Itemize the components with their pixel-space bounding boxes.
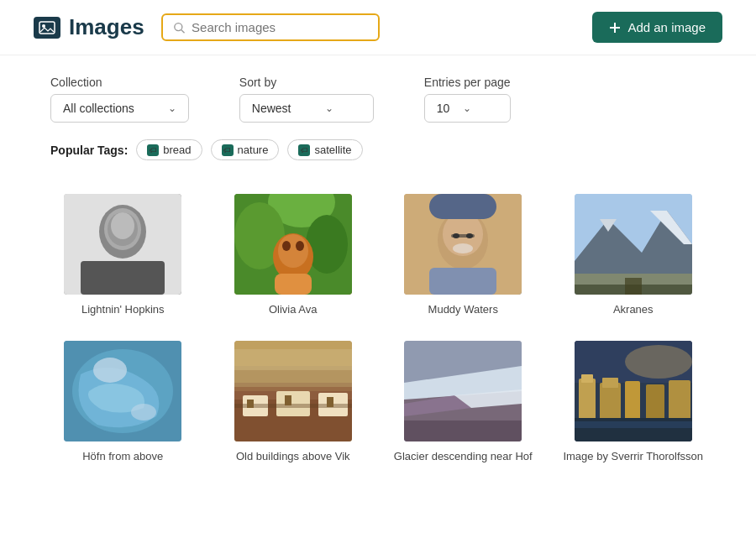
image-thumbnail <box>234 194 352 295</box>
image-card[interactable]: Glacier descending near Hof <box>391 341 536 462</box>
entries-value: 10 <box>437 102 450 115</box>
add-button-label: Add an image <box>627 20 706 34</box>
svg-rect-25 <box>429 194 496 219</box>
tag-icon <box>298 144 310 156</box>
tag-label: bread <box>163 144 191 156</box>
image-card[interactable]: Image by Sverrir Thorolfsson <box>561 341 706 462</box>
add-image-button[interactable]: Add an image <box>592 12 722 43</box>
svg-rect-20 <box>275 274 312 295</box>
image-label: Olivia Ava <box>269 303 318 316</box>
sort-value: Newest <box>252 102 291 115</box>
svg-rect-69 <box>646 384 664 421</box>
chevron-down-icon: ⌄ <box>168 102 176 114</box>
svg-rect-60 <box>404 421 522 441</box>
filters-section: Collection All collections ⌄ Sort by New… <box>0 55 756 177</box>
entries-filter: Entries per page 10 ⌄ <box>424 76 511 123</box>
image-card[interactable]: Höfn from above <box>50 341 196 462</box>
svg-rect-68 <box>625 381 640 421</box>
image-thumbnail <box>575 341 692 441</box>
image-label: Image by Sverrir Thorolfsson <box>563 450 703 462</box>
images-logo-icon <box>34 17 60 39</box>
svg-rect-9 <box>81 261 165 295</box>
entries-select[interactable]: 10 ⌄ <box>424 94 511 123</box>
svg-rect-30 <box>429 268 496 295</box>
image-card[interactable]: Olivia Ava <box>221 194 366 316</box>
collection-filter: Collection All collections ⌄ <box>50 76 189 123</box>
search-box[interactable] <box>161 13 380 41</box>
image-label: Höfn from above <box>82 450 163 462</box>
svg-point-41 <box>131 404 156 421</box>
image-label: Old buildings above Vik <box>236 450 350 462</box>
image-grid: Lightnin' Hopkins Olivia Ava Muddy Water… <box>0 177 756 496</box>
svg-point-18 <box>282 241 291 251</box>
tag-bread[interactable]: bread <box>136 139 202 160</box>
image-thumbnail <box>575 194 692 295</box>
image-label: Akranes <box>613 303 654 316</box>
image-thumbnail <box>404 341 522 441</box>
svg-rect-50 <box>285 395 291 405</box>
image-card[interactable]: Lightnin' Hopkins <box>50 194 196 316</box>
image-thumbnail <box>64 194 181 295</box>
svg-rect-70 <box>669 380 690 421</box>
tag-icon <box>222 144 234 156</box>
image-card[interactable]: Old buildings above Vik <box>221 341 366 462</box>
tag-nature[interactable]: nature <box>211 139 280 160</box>
svg-point-29 <box>453 243 473 253</box>
image-label: Glacier descending near Hof <box>394 450 533 462</box>
svg-point-40 <box>93 358 127 383</box>
collection-select[interactable]: All collections ⌄ <box>50 94 189 123</box>
header: Images Add an image <box>0 0 756 55</box>
tag-label: nature <box>238 144 269 156</box>
svg-rect-72 <box>575 421 692 428</box>
logo-area: Images <box>34 14 144 40</box>
tag-label: satellite <box>314 144 351 156</box>
collection-value: All collections <box>63 102 134 115</box>
image-thumbnail <box>404 194 522 295</box>
svg-rect-64 <box>579 379 596 421</box>
sort-select[interactable]: Newest ⌄ <box>239 94 374 123</box>
tag-satellite[interactable]: satellite <box>287 139 362 160</box>
image-card[interactable]: Akranes <box>561 194 706 316</box>
filter-row: Collection All collections ⌄ Sort by New… <box>50 76 706 123</box>
svg-rect-51 <box>327 397 333 407</box>
search-input[interactable] <box>192 20 368 34</box>
svg-rect-28 <box>451 234 475 238</box>
svg-rect-53 <box>234 349 352 370</box>
collection-label: Collection <box>50 76 189 89</box>
svg-rect-67 <box>602 378 618 388</box>
sort-filter: Sort by Newest ⌄ <box>239 76 374 123</box>
sort-label: Sort by <box>239 76 374 89</box>
chevron-down-icon: ⌄ <box>463 102 471 114</box>
plus-icon <box>609 22 621 34</box>
svg-rect-49 <box>247 400 254 408</box>
svg-rect-0 <box>39 22 55 34</box>
search-icon <box>173 21 185 34</box>
svg-point-1 <box>42 24 45 28</box>
svg-point-63 <box>625 345 692 379</box>
entries-label: Entries per page <box>424 76 511 89</box>
svg-point-11 <box>111 212 134 239</box>
image-thumbnail <box>234 341 352 441</box>
tag-icon <box>147 144 159 156</box>
image-card[interactable]: Muddy Waters <box>391 194 536 316</box>
svg-point-19 <box>296 241 304 251</box>
svg-rect-65 <box>581 374 593 383</box>
tags-row: Popular Tags: bread nature satellite <box>50 139 706 160</box>
image-label: Lightnin' Hopkins <box>81 303 165 316</box>
svg-rect-66 <box>600 383 621 421</box>
svg-line-3 <box>181 29 185 33</box>
svg-point-2 <box>174 23 181 30</box>
page-title: Images <box>69 14 144 40</box>
chevron-down-icon: ⌄ <box>325 102 333 114</box>
image-label: Muddy Waters <box>428 303 498 316</box>
image-thumbnail <box>64 341 181 441</box>
svg-rect-37 <box>625 278 642 295</box>
svg-point-17 <box>278 234 308 268</box>
tags-label: Popular Tags: <box>50 144 128 157</box>
